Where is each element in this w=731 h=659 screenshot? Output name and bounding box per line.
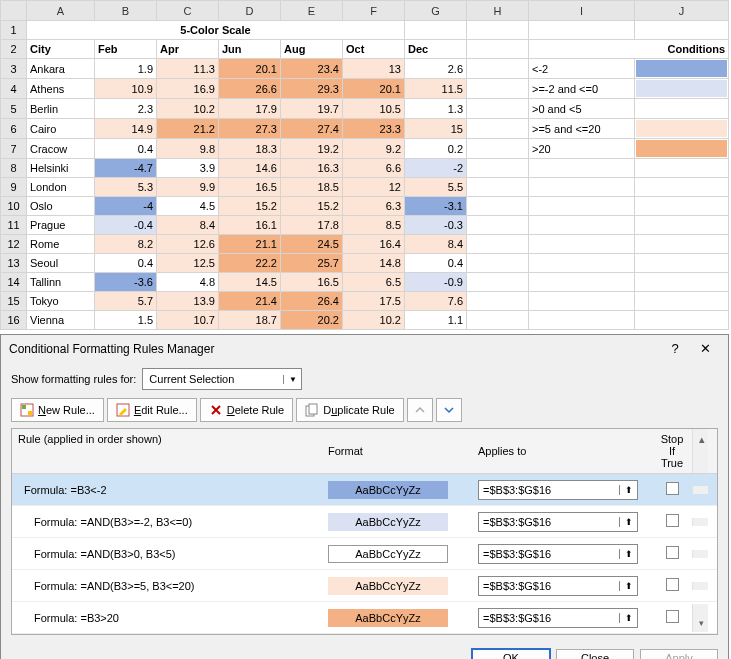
cell-value[interactable]: 5.7: [95, 292, 157, 311]
cell-value[interactable]: 21.4: [219, 292, 281, 311]
cell-city[interactable]: Rome: [27, 235, 95, 254]
row-header[interactable]: 15: [1, 292, 27, 311]
col-header[interactable]: H: [467, 1, 529, 21]
cell-value[interactable]: 9.2: [343, 139, 405, 159]
cell-condition-label[interactable]: >=5 and <=20: [529, 119, 635, 139]
cell-value[interactable]: 8.4: [157, 216, 219, 235]
cell-condition-label[interactable]: <-2: [529, 59, 635, 79]
cell-value[interactable]: 18.7: [219, 311, 281, 330]
cell-value[interactable]: -4.7: [95, 159, 157, 178]
row-header[interactable]: 14: [1, 273, 27, 292]
cell-value[interactable]: 16.5: [219, 178, 281, 197]
cell-value[interactable]: 14.5: [219, 273, 281, 292]
cell-value[interactable]: -3.6: [95, 273, 157, 292]
cell-value[interactable]: 10.2: [157, 99, 219, 119]
rule-row[interactable]: Formula: =B3<-2AaBbCcYyZz=$B$3:$G$16⬆: [12, 474, 717, 506]
cell-value[interactable]: 17.9: [219, 99, 281, 119]
cell-value[interactable]: 17.8: [281, 216, 343, 235]
edit-rule-button[interactable]: Edit Rule...: [107, 398, 197, 422]
row-header[interactable]: 3: [1, 59, 27, 79]
cell-city[interactable]: Berlin: [27, 99, 95, 119]
row-header[interactable]: 11: [1, 216, 27, 235]
cell[interactable]: [635, 216, 729, 235]
cell-header[interactable]: Dec: [405, 40, 467, 59]
cell-value[interactable]: 4.5: [157, 197, 219, 216]
row-header[interactable]: 5: [1, 99, 27, 119]
cell[interactable]: [467, 216, 529, 235]
cell-value[interactable]: 3.9: [157, 159, 219, 178]
row-header[interactable]: 12: [1, 235, 27, 254]
cell-header[interactable]: Oct: [343, 40, 405, 59]
duplicate-rule-button[interactable]: Duplicate Rule: [296, 398, 404, 422]
col-header[interactable]: C: [157, 1, 219, 21]
applies-to-input[interactable]: =$B$3:$G$16⬆: [478, 608, 638, 628]
range-picker-icon[interactable]: ⬆: [619, 485, 637, 495]
cell-conditions-title[interactable]: Conditions: [529, 40, 729, 59]
cell-city[interactable]: Cracow: [27, 139, 95, 159]
cell-city[interactable]: Helsinki: [27, 159, 95, 178]
cell-value[interactable]: 24.5: [281, 235, 343, 254]
cell-value[interactable]: 6.6: [343, 159, 405, 178]
row-header[interactable]: 9: [1, 178, 27, 197]
cell-condition-swatch[interactable]: [635, 99, 729, 119]
cell[interactable]: [635, 254, 729, 273]
cell[interactable]: [529, 159, 635, 178]
col-header[interactable]: F: [343, 1, 405, 21]
column-header-row[interactable]: A B C D E F G H I J: [1, 1, 729, 21]
cell-value[interactable]: 16.1: [219, 216, 281, 235]
cell[interactable]: [467, 79, 529, 99]
cell-value[interactable]: 1.3: [405, 99, 467, 119]
cell-value[interactable]: 19.7: [281, 99, 343, 119]
cell[interactable]: [635, 311, 729, 330]
move-up-button[interactable]: [407, 398, 433, 422]
move-down-button[interactable]: [436, 398, 462, 422]
cell-value[interactable]: 12: [343, 178, 405, 197]
scrollbar-track[interactable]: [692, 518, 708, 526]
cell[interactable]: [529, 21, 635, 40]
cell-value[interactable]: 2.6: [405, 59, 467, 79]
stop-if-true-checkbox[interactable]: [666, 482, 679, 495]
close-button[interactable]: ✕: [690, 341, 720, 356]
stop-if-true-checkbox[interactable]: [666, 514, 679, 527]
range-picker-icon[interactable]: ⬆: [619, 549, 637, 559]
cell-value[interactable]: 2.3: [95, 99, 157, 119]
cell[interactable]: [467, 139, 529, 159]
new-rule-button[interactable]: New Rule...: [11, 398, 104, 422]
cell-value[interactable]: 1.9: [95, 59, 157, 79]
cell-value[interactable]: -4: [95, 197, 157, 216]
cell-value[interactable]: 9.8: [157, 139, 219, 159]
row-header[interactable]: 6: [1, 119, 27, 139]
cell-value[interactable]: 16.4: [343, 235, 405, 254]
scrollbar-track[interactable]: [692, 486, 708, 494]
cell-value[interactable]: 7.6: [405, 292, 467, 311]
cell-value[interactable]: 1.5: [95, 311, 157, 330]
rule-row[interactable]: Formula: =AND(B3>=-2, B3<=0)AaBbCcYyZz=$…: [12, 506, 717, 538]
cell-value[interactable]: 16.3: [281, 159, 343, 178]
cell[interactable]: [467, 119, 529, 139]
cell[interactable]: [467, 40, 529, 59]
stop-if-true-checkbox[interactable]: [666, 610, 679, 623]
cell-condition-swatch[interactable]: [635, 59, 729, 79]
cell-value[interactable]: 11.3: [157, 59, 219, 79]
cell-city[interactable]: Seoul: [27, 254, 95, 273]
col-header[interactable]: D: [219, 1, 281, 21]
col-header[interactable]: A: [27, 1, 95, 21]
range-picker-icon[interactable]: ⬆: [619, 581, 637, 591]
cell-value[interactable]: 20.1: [219, 59, 281, 79]
rule-row[interactable]: Formula: =AND(B3>=5, B3<=20)AaBbCcYyZz=$…: [12, 570, 717, 602]
cell-condition-swatch[interactable]: [635, 139, 729, 159]
cell-header[interactable]: Feb: [95, 40, 157, 59]
cell-value[interactable]: 10.9: [95, 79, 157, 99]
delete-rule-button[interactable]: Delete Rule: [200, 398, 294, 422]
cell-value[interactable]: 27.3: [219, 119, 281, 139]
cell[interactable]: [467, 178, 529, 197]
cell[interactable]: [635, 273, 729, 292]
cell[interactable]: [529, 254, 635, 273]
cell[interactable]: [467, 254, 529, 273]
cell[interactable]: [635, 178, 729, 197]
cell-value[interactable]: 12.5: [157, 254, 219, 273]
range-picker-icon[interactable]: ⬆: [619, 517, 637, 527]
cell-value[interactable]: 12.6: [157, 235, 219, 254]
cell-value[interactable]: -0.3: [405, 216, 467, 235]
cell[interactable]: [467, 59, 529, 79]
